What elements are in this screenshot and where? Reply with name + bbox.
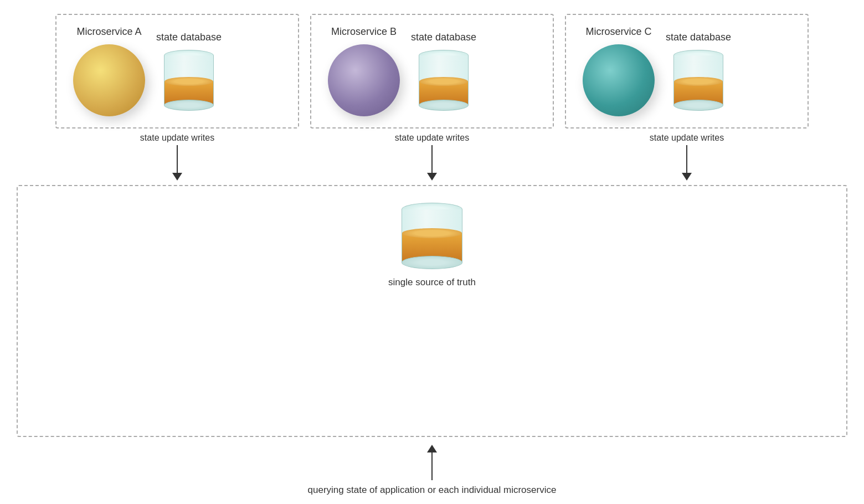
db-c-body (673, 55, 723, 105)
microservice-c-label: Microservice C (585, 26, 651, 38)
db-a-body (164, 55, 214, 105)
arrow-col-c: state update writes (565, 133, 809, 181)
db-c (673, 50, 723, 111)
arrow-a-label: state update writes (140, 133, 214, 143)
bottom-db-fill-ellipse (402, 228, 462, 238)
bottom-arrow-head (427, 445, 437, 452)
db-c-fill-top (674, 77, 723, 86)
db-c-cylinder (673, 50, 723, 111)
bottom-db-wrap: single source of truth (388, 203, 476, 288)
db-b-body (419, 55, 469, 105)
bottom-db-body (402, 209, 462, 263)
db-a-cylinder (164, 50, 214, 111)
arrow-b-down (427, 145, 437, 181)
db-c-content: state database (666, 32, 731, 111)
arrows-row: state update writes state update writes … (17, 133, 847, 181)
arrow-b-head (427, 173, 437, 181)
db-a-fill-top (164, 77, 213, 86)
arrow-a-head (172, 173, 182, 181)
microservice-a-content: Microservice A (73, 26, 145, 116)
db-b-bottom (419, 100, 469, 111)
truth-label: single source of truth (388, 277, 476, 288)
arrow-a-down (172, 145, 182, 181)
query-label: querying state of application or each in… (308, 485, 557, 496)
arrow-c-down (682, 145, 692, 181)
microservice-c-content: Microservice C (583, 26, 655, 116)
arrow-col-b: state update writes (310, 133, 554, 181)
bottom-db-cylinder (402, 203, 462, 269)
bottom-box: single source of truth (17, 185, 847, 437)
db-c-label: state database (666, 32, 731, 43)
db-b-content: state database (411, 32, 476, 111)
microservice-b-label: Microservice B (331, 26, 397, 38)
arrow-c-label: state update writes (650, 133, 724, 143)
microservice-b-content: Microservice B (328, 26, 400, 116)
arrow-col-a: state update writes (55, 133, 299, 181)
bottom-arrow-shaft (431, 452, 433, 480)
microservice-box-c: Microservice C state database (565, 14, 809, 128)
sphere-c (583, 44, 655, 116)
db-a-bottom (164, 100, 214, 111)
sphere-a (73, 44, 145, 116)
microservice-a-label: Microservice A (76, 26, 141, 38)
db-b (419, 50, 469, 111)
db-a-label: state database (156, 32, 222, 43)
microservice-box-b: Microservice B state database (310, 14, 554, 128)
microservice-box-a: Microservice A state database (55, 14, 299, 128)
main-diagram: Microservice A state database (17, 8, 847, 496)
arrow-a-shaft (177, 145, 178, 173)
bottom-arrow-section: querying state of application or each in… (308, 445, 557, 496)
arrow-c-head (682, 173, 692, 181)
arrow-b-shaft (431, 145, 433, 173)
db-c-bottom (673, 100, 723, 111)
db-b-cylinder (419, 50, 469, 111)
sphere-b (328, 44, 400, 116)
db-a-content: state database (156, 32, 222, 111)
bottom-db-bottom (402, 256, 462, 269)
db-b-label: state database (411, 32, 476, 43)
db-a (164, 50, 214, 111)
arrow-b-label: state update writes (395, 133, 469, 143)
top-row: Microservice A state database (17, 14, 847, 128)
db-b-fill-top (419, 77, 468, 86)
arrow-c-shaft (686, 145, 687, 173)
